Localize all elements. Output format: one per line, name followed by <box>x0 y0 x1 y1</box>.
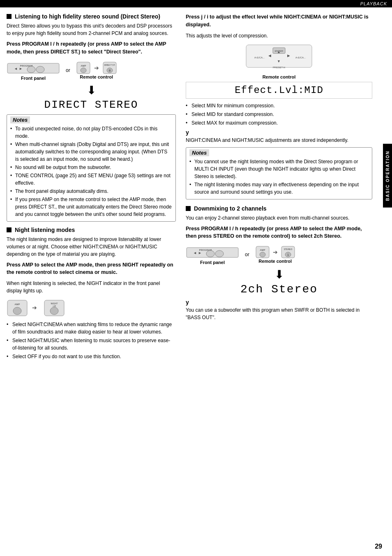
right-column: Press j / i to adjust the effect level w… <box>183 13 372 363</box>
svg-point-36 <box>206 250 214 257</box>
night-bullet-item: Select NIGHT:CINEMA when watching films … <box>7 321 176 336</box>
y-note-2: You can use a subwoofer with this progra… <box>186 306 372 321</box>
stereo-button-svg: STEREO 1 <box>281 246 295 259</box>
svg-text:◄: ◄ <box>193 251 197 255</box>
downmix-amp-svg: AMP <box>255 246 270 259</box>
right-notes-list: You cannot use the night listening modes… <box>189 158 369 196</box>
arrow-right-3: ➔ <box>272 249 279 255</box>
svg-text:DIRECT ST.: DIRECT ST. <box>104 64 115 66</box>
section-icon-3 <box>186 206 191 211</box>
2ch-stereo-display: 2ch Stereo <box>186 283 372 296</box>
night-listening-body2: When night listening is selected, the NI… <box>7 280 176 294</box>
downmix-body: You can enjoy 2-channel stereo playback … <box>186 214 372 222</box>
svg-text:AMP: AMP <box>14 303 20 306</box>
direct-stereo-notes-box: Notes To avoid unexpected noise, do not … <box>7 114 176 222</box>
night-listening-section-title: Night listening modes <box>7 227 176 233</box>
y-note-1: NIGHT:CINEMA and NIGHT:MUSIC adjustments… <box>186 137 372 144</box>
downmix-front-panel-svg: PROGRAM ◄ ► <box>186 244 239 260</box>
effect-level-display: Effect.Lvl:MID <box>186 82 372 99</box>
front-panel-diagram: PROGRAM ◄ ► Front panel <box>7 60 60 81</box>
effect-bullet: Select MID for standard compression. <box>186 111 372 118</box>
or-label-1: or <box>66 67 70 73</box>
remote-control-label-1: Remote control <box>80 74 113 79</box>
note-item: TONE CONTROL (page 25) and SET MENU (pag… <box>10 172 172 187</box>
svg-point-8 <box>81 68 86 73</box>
downmix-front-panel: PROGRAM ◄ ► Front panel <box>186 244 239 265</box>
svg-text:STEREO: STEREO <box>284 248 292 250</box>
svg-text:8: 8 <box>108 69 111 72</box>
arrow-down-2: ⬇ <box>186 269 372 280</box>
svg-text:A-E/CA...: A-E/CA... <box>295 56 306 59</box>
night-bullet-item: Select OFF if you do not want to use thi… <box>7 353 176 360</box>
note-item: If you press AMP on the remote control t… <box>10 196 172 218</box>
direct-st-button-svg: DIRECT ST. 8 <box>102 61 117 74</box>
svg-point-4 <box>27 66 35 73</box>
page-header: PLAYBACK <box>0 0 392 7</box>
svg-text:◄: ◄ <box>14 67 18 71</box>
direct-stereo-title: Listening to high fidelity stereo sound … <box>15 13 160 20</box>
svg-text:1: 1 <box>287 253 289 257</box>
svg-text:►: ► <box>286 53 291 58</box>
svg-text:▼: ▼ <box>277 59 281 63</box>
amp-remote-svg: AMP <box>7 299 28 317</box>
downmix-diagram: PROGRAM ◄ ► Front panel or AMP <box>186 244 372 265</box>
night-button-svg: NIGHT +12 <box>44 299 65 317</box>
svg-text:AMP: AMP <box>81 65 86 67</box>
section-icon-2 <box>7 227 12 232</box>
note-item: When multi-channel signals (Dolby Digita… <box>10 141 172 163</box>
note-item: To avoid unexpected noise, do not play D… <box>10 125 172 140</box>
arrow-right-svg: ➔ <box>93 65 100 71</box>
svg-point-5 <box>36 66 44 73</box>
remote-control-label-right: Remote control <box>186 74 372 79</box>
night-listening-body: The night listening modes are designed t… <box>7 236 176 258</box>
night-listening-instruction: Press AMP to select the AMP mode, then p… <box>7 261 176 277</box>
svg-text:►: ► <box>198 251 202 255</box>
effect-remote-diagram: ENTER ◄ ► ▲ ▼ A-E/CA... A-E/CA... PRESET… <box>186 43 372 73</box>
y-symbol-1: y <box>186 129 372 136</box>
svg-text:AMP: AMP <box>260 249 265 251</box>
downmix-title: Downmixing to 2 channels <box>194 205 267 212</box>
svg-text:►: ► <box>19 67 23 71</box>
downmix-front-panel-label: Front panel <box>200 260 225 265</box>
arrow-down-1: ⬇ <box>7 85 176 96</box>
downmix-remote-diagram: AMP ➔ STEREO 1 Remote contr <box>255 246 295 264</box>
direct-stereo-diagram: PROGRAM ◄ ► Front panel or <box>7 60 176 81</box>
direct-stereo-instruction: Press PROGRAM l / h repeatedly (or press… <box>7 40 176 56</box>
amp-button-svg: AMP <box>76 61 91 74</box>
svg-point-37 <box>215 250 224 257</box>
svg-text:➔: ➔ <box>273 249 278 255</box>
svg-text:▲: ▲ <box>277 50 281 54</box>
front-panel-svg: PROGRAM ◄ ► <box>7 60 60 76</box>
direct-stereo-notes-list: To avoid unexpected noise, do not play D… <box>10 125 172 218</box>
note-item: The front panel display automatically di… <box>10 188 172 195</box>
effect-level-body: This adjusts the level of compression. <box>186 32 372 39</box>
left-column: Listening to high fidelity stereo sound … <box>7 13 183 363</box>
remote-control-diagram-1: AMP ➔ DIRECT ST. 8 Remote c <box>76 61 117 79</box>
downmix-instruction: Press PROGRAM l / h repeatedly (or press… <box>186 225 372 241</box>
section-icon <box>7 14 12 19</box>
svg-text:◄: ◄ <box>267 53 272 58</box>
effect-bullet: Select MAX for maximum compression. <box>186 119 372 127</box>
svg-point-16 <box>13 307 21 315</box>
header-label: PLAYBACK <box>360 1 387 6</box>
y-symbol-2: y <box>186 299 372 306</box>
svg-text:➔: ➔ <box>94 65 99 71</box>
right-notes-box: Notes You cannot use the night listening… <box>186 147 372 199</box>
effect-level-instruction: Press j / i to adjust the effect level w… <box>186 13 372 29</box>
svg-point-21 <box>50 307 58 315</box>
notes-label-right: Notes <box>189 149 209 156</box>
page-number: 29 <box>375 543 382 550</box>
notes-label-1: Notes <box>10 116 30 123</box>
direct-stereo-section-title: Listening to high fidelity stereo sound … <box>7 13 176 20</box>
front-panel-label: Front panel <box>21 76 46 81</box>
downmix-section-title: Downmixing to 2 channels <box>186 205 372 212</box>
downmix-remote-label: Remote control <box>258 259 292 264</box>
direct-stereo-display: DIRECT STEREO <box>7 99 176 111</box>
effect-bullet: Select MIN for minimum compression. <box>186 102 372 109</box>
right-note-item: You cannot use the night listening modes… <box>189 158 369 180</box>
svg-text:A-E/CA...: A-E/CA... <box>254 56 265 59</box>
note-item: No sound will be output from the subwoof… <box>10 164 172 171</box>
svg-text:PRESET H: PRESET H <box>273 66 285 69</box>
direct-stereo-body: Direct Stereo allows you to bypass this … <box>7 22 176 37</box>
sidebar-tab: BASIC OPERATION <box>383 144 392 208</box>
